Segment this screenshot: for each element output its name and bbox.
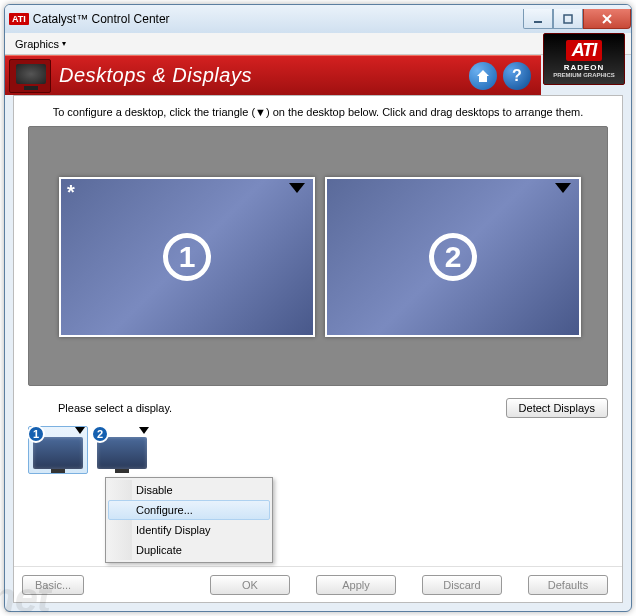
desktop-number: 2 bbox=[429, 233, 477, 281]
ati-logo-line2: PREMIUM GRAPHICS bbox=[553, 72, 615, 78]
desktop-menu-icon[interactable] bbox=[289, 183, 305, 193]
ati-logo-line1: RADEON bbox=[564, 63, 605, 72]
svg-rect-1 bbox=[564, 15, 572, 23]
desktop-tile-2[interactable]: 2 bbox=[325, 177, 581, 337]
ctx-duplicate[interactable]: Duplicate bbox=[108, 540, 270, 560]
basic-button[interactable]: Basic... bbox=[22, 575, 84, 595]
select-display-label: Please select a display. bbox=[28, 402, 506, 414]
maximize-icon bbox=[563, 14, 573, 24]
thumb-menu-icon[interactable] bbox=[139, 427, 149, 434]
menu-graphics-label: Graphics bbox=[15, 38, 59, 50]
bottom-button-bar: Basic... OK Apply Discard Defaults bbox=[14, 566, 622, 602]
detect-displays-button[interactable]: Detect Displays bbox=[506, 398, 608, 418]
section-header: Desktops & Displays ? bbox=[5, 55, 541, 95]
app-window: ATI Catalyst™ Control Center Graphics ▾ … bbox=[4, 4, 632, 612]
section-title: Desktops & Displays bbox=[59, 64, 463, 87]
monitor-icon bbox=[33, 437, 83, 469]
maximize-button[interactable] bbox=[553, 9, 583, 29]
instructions-text: To configure a desktop, click the triang… bbox=[14, 96, 622, 126]
ati-badge: ATI bbox=[9, 13, 29, 25]
chevron-down-icon: ▾ bbox=[62, 39, 66, 48]
menubar: Graphics ▾ Options ▾ bbox=[5, 33, 631, 55]
minimize-button[interactable] bbox=[523, 9, 553, 29]
select-display-row: Please select a display. Detect Displays bbox=[28, 398, 608, 418]
thumb-menu-icon[interactable] bbox=[75, 427, 85, 434]
desktop-number: 1 bbox=[163, 233, 211, 281]
desktop-menu-icon[interactable] bbox=[555, 183, 571, 193]
display-thumbnails: 1 2 bbox=[14, 422, 622, 474]
home-icon bbox=[475, 68, 491, 84]
monitor-icon bbox=[9, 59, 51, 93]
display-thumb-2[interactable]: 2 bbox=[92, 426, 152, 474]
ctx-identify[interactable]: Identify Display bbox=[108, 520, 270, 540]
primary-star-icon: * bbox=[67, 181, 75, 204]
ati-logo: ATI RADEON PREMIUM GRAPHICS bbox=[543, 33, 625, 85]
close-icon bbox=[602, 14, 612, 24]
ok-button[interactable]: OK bbox=[210, 575, 290, 595]
arrange-area[interactable]: * 1 2 bbox=[28, 126, 608, 386]
context-menu: Disable Configure... Identify Display Du… bbox=[105, 477, 273, 563]
window-title: Catalyst™ Control Center bbox=[33, 12, 170, 26]
minimize-icon bbox=[533, 14, 543, 24]
display-thumb-1[interactable]: 1 bbox=[28, 426, 88, 474]
discard-button[interactable]: Discard bbox=[422, 575, 502, 595]
help-icon: ? bbox=[512, 67, 522, 85]
window-buttons bbox=[523, 9, 631, 29]
desktop-tile-1[interactable]: * 1 bbox=[59, 177, 315, 337]
help-button[interactable]: ? bbox=[503, 62, 531, 90]
thumb-badge: 2 bbox=[91, 425, 109, 443]
home-button[interactable] bbox=[469, 62, 497, 90]
monitor-icon bbox=[97, 437, 147, 469]
defaults-button[interactable]: Defaults bbox=[528, 575, 608, 595]
apply-button[interactable]: Apply bbox=[316, 575, 396, 595]
close-button[interactable] bbox=[583, 9, 631, 29]
titlebar[interactable]: ATI Catalyst™ Control Center bbox=[5, 5, 631, 33]
thumb-badge: 1 bbox=[27, 425, 45, 443]
menu-graphics[interactable]: Graphics ▾ bbox=[9, 36, 72, 52]
ati-logo-text: ATI bbox=[566, 40, 603, 61]
ctx-disable[interactable]: Disable bbox=[108, 480, 270, 500]
ctx-configure[interactable]: Configure... bbox=[108, 500, 270, 520]
